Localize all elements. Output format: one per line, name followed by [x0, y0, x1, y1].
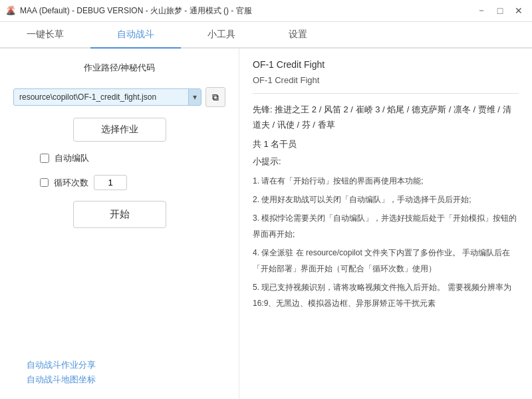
file-copy-button[interactable]: ⧉ [205, 87, 225, 107]
main-content: 作业路径/神秘代码 ▾ ⧉ 选择作业 自动编队 循环次数 开始 自动战斗作业分享… [0, 49, 532, 399]
select-task-button[interactable]: 选择作业 [73, 118, 166, 142]
divider [253, 93, 519, 94]
auto-team-label: 自动编队 [55, 152, 89, 164]
tab-tools[interactable]: 小工具 [181, 22, 262, 47]
title-bar-text: MAA (Default) - DEBUG VERSION - 火山旅梦 - 通… [20, 5, 252, 17]
info-title-1: OF-1 Credit Fight [253, 59, 519, 70]
tab-auto-battle[interactable]: 自动战斗 [90, 22, 181, 49]
tab-one-key[interactable]: 一键长草 [0, 22, 90, 47]
auto-team-checkbox[interactable] [40, 154, 49, 163]
right-panel: OF-1 Credit Fight OF-1 Credit Fight 先锋: … [239, 49, 532, 399]
tab-settings[interactable]: 设置 [262, 22, 334, 47]
tip-4: 4. 保全派驻 在 resource/copilot 文件夹下内置了多份作业。 … [253, 245, 519, 277]
close-button[interactable]: ✕ [511, 4, 527, 17]
minimize-button[interactable]: － [473, 4, 489, 17]
tips-list: 1. 请在有「开始行动」按钮的界面再使用本功能; 2. 使用好友助战可以关闭「自… [253, 173, 519, 314]
loop-label: 循环次数 [54, 177, 88, 189]
loop-count-input[interactable] [94, 175, 127, 190]
title-bar: 🌋 MAA (Default) - DEBUG VERSION - 火山旅梦 -… [0, 0, 532, 22]
info-title-2: OF-1 Credit Fight [253, 75, 519, 85]
tips-title: 小提示: [253, 156, 519, 168]
title-bar-controls: － □ ✕ [473, 4, 527, 17]
start-button[interactable]: 开始 [73, 201, 166, 228]
app-icon: 🌋 [5, 5, 16, 16]
count-text: 共 1 名干员 [253, 138, 519, 150]
section-label: 作业路径/神秘代码 [13, 62, 225, 74]
tip-5: 5. 现已支持视频识别，请将攻略视频文件拖入后开始。 需要视频分辨率为 16:9… [253, 279, 519, 311]
title-bar-left: 🌋 MAA (Default) - DEBUG VERSION - 火山旅梦 -… [5, 5, 252, 17]
operators-text: 先锋: 推进之王 2 / 风笛 2 / 崔峤 3 / 焰尾 / 德克萨斯 / 凛… [253, 102, 519, 133]
maximize-button[interactable]: □ [492, 4, 508, 17]
map-link[interactable]: 自动战斗地图坐标 [27, 374, 225, 386]
bottom-links: 自动战斗作业分享 自动战斗地图坐标 [13, 359, 225, 386]
left-panel: 作业路径/神秘代码 ▾ ⧉ 选择作业 自动编队 循环次数 开始 自动战斗作业分享… [0, 49, 239, 399]
file-path-input[interactable] [14, 89, 188, 105]
share-link[interactable]: 自动战斗作业分享 [27, 359, 225, 371]
file-input-row: ▾ ⧉ [13, 87, 225, 107]
tip-1: 1. 请在有「开始行动」按钮的界面再使用本功能; [253, 173, 519, 189]
file-dropdown-button[interactable]: ▾ [188, 89, 201, 105]
auto-team-row: 自动编队 [13, 152, 225, 164]
tip-3: 3. 模拟悖论需要关闭「自动编队」，并选好技能后处于「开始模拟」按钮的界面再开始… [253, 210, 519, 242]
tip-2: 2. 使用好友助战可以关闭「自动编队」，手动选择干员后开始; [253, 192, 519, 207]
loop-row: 循环次数 [13, 175, 225, 190]
file-input-box: ▾ [13, 88, 201, 106]
tab-bar: 一键长草 自动战斗 小工具 设置 [0, 22, 532, 49]
loop-checkbox[interactable] [40, 178, 49, 187]
